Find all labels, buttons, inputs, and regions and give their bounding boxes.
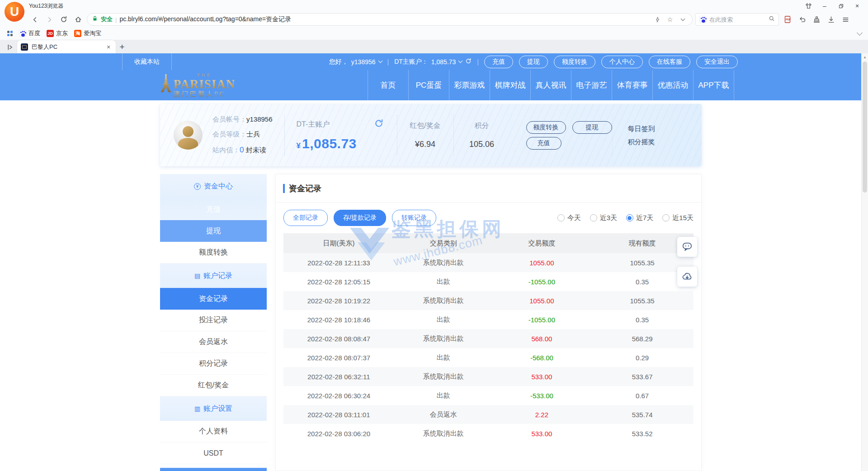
table-row[interactable]: 2022-02-28 03:11:01 会员返水 2.22 535.74 (283, 405, 693, 424)
nav-item[interactable]: 彩票游戏 (449, 70, 490, 100)
tab-list-icon[interactable] (4, 41, 17, 53)
range-radio-option[interactable]: 近7天 (626, 214, 653, 222)
collapse-bookmarks-icon[interactable] (857, 30, 863, 36)
page-scrollbar[interactable]: ▲ (861, 53, 868, 471)
topbar-pill-button[interactable]: 安全退出 (696, 56, 738, 68)
app-download-button[interactable] (677, 267, 697, 287)
topbar-pill-button[interactable]: 充值 (484, 56, 513, 68)
minimize-button[interactable]: – (818, 1, 831, 10)
bookmark-item[interactable]: 淘 爱淘宝 (74, 29, 101, 38)
avatar[interactable] (174, 121, 203, 150)
card-action-button[interactable]: 提现 (572, 121, 612, 134)
filter-pill[interactable]: 转账记录 (392, 210, 436, 226)
radio-icon[interactable] (626, 214, 633, 221)
topbar-pill-button[interactable]: 额度转换 (554, 56, 595, 68)
topbar-pill-button[interactable]: 个人中心 (601, 56, 643, 68)
range-radio-option[interactable]: 近3天 (590, 214, 617, 222)
refresh-balance-icon[interactable] (465, 58, 472, 66)
cell-type: 出款 (394, 391, 493, 400)
table-row[interactable]: 2022-02-28 12:11:33 系统取消出款 1055.00 1055.… (283, 253, 693, 272)
table-row[interactable]: 2022-02-28 10:19:22 系统取消出款 1055.00 1055.… (283, 291, 693, 310)
card-link[interactable]: 每日签到 (628, 125, 655, 132)
member-level-row: 会员等级：士兵 (212, 127, 273, 141)
restore-button[interactable] (835, 1, 847, 10)
table-row[interactable]: 2022-02-28 06:30:24 出款 -533.00 0.67 (283, 386, 693, 405)
radio-icon[interactable] (662, 214, 670, 221)
address-bar[interactable]: 安全 | pc.blryl6.com/#/personal/accountLog… (87, 13, 693, 26)
reload-icon[interactable] (58, 14, 70, 25)
sidebar-item[interactable]: 红包/奖金 (160, 375, 267, 396)
sidebar-item[interactable]: USDT (160, 443, 267, 464)
bookmarks-icon[interactable] (6, 30, 14, 37)
forward-icon[interactable] (43, 14, 55, 25)
table-row[interactable]: 2022-02-28 06:32:11 系统取消出款 533.00 533.67 (283, 367, 693, 386)
close-button[interactable]: × (851, 1, 863, 10)
speed-mode-icon[interactable] (652, 14, 662, 24)
main-balance[interactable]: DT主账户：1,085.73 (394, 58, 472, 66)
card-link[interactable]: 积分摇奖 (628, 138, 655, 145)
nav-item[interactable]: 体育赛事 (612, 70, 653, 100)
skin-icon[interactable] (802, 1, 815, 10)
sidebar-item[interactable]: 个人资料 (160, 421, 267, 443)
sidebar-item[interactable]: 充值 (160, 198, 267, 220)
home-icon[interactable] (72, 14, 84, 25)
address-dropdown-icon[interactable] (678, 14, 688, 24)
nav-item[interactable]: APP下载 (693, 70, 734, 100)
table-row[interactable]: 2022-02-28 08:07:37 出款 -568.00 0.29 (283, 348, 693, 367)
radio-icon[interactable] (557, 214, 565, 221)
favorite-star-icon[interactable]: ☆ (665, 14, 675, 24)
undo-icon[interactable] (796, 14, 808, 25)
nav-item[interactable]: 优惠活动 (653, 70, 693, 100)
cleaner-icon[interactable] (811, 14, 822, 25)
sidebar-item[interactable]: 投注记录 (160, 310, 267, 331)
search-input[interactable] (709, 16, 766, 23)
topbar-pill-button[interactable]: 提现 (519, 56, 548, 68)
search-box[interactable] (695, 13, 779, 26)
favorite-site-link[interactable]: 收藏本站 (122, 53, 172, 70)
table-row[interactable]: 2022-02-28 03:06:20 系统取消出款 533.00 533.52 (283, 424, 693, 443)
card-action-button[interactable]: 额度转换 (526, 121, 566, 134)
radio-icon[interactable] (590, 214, 597, 221)
menu-icon[interactable] (840, 14, 851, 25)
search-icon[interactable] (769, 15, 775, 24)
tab-close-icon[interactable]: × (105, 43, 112, 51)
bookmark-item[interactable]: 百度 (19, 29, 40, 38)
inbox-row[interactable]: 站内信：0 封未读 (212, 141, 273, 158)
url-text[interactable]: pc.blryl6.com/#/personal/accountLog?tag=… (119, 15, 650, 24)
nav-item[interactable]: 电子游艺 (571, 70, 612, 100)
sidebar-item[interactable]: 提现 (160, 220, 267, 242)
range-radio-option[interactable]: 近15天 (662, 214, 693, 222)
bookmark-item[interactable]: JD 京东 (47, 29, 68, 38)
back-icon[interactable] (29, 14, 41, 25)
sidebar-item[interactable]: 额度转换 (160, 242, 267, 264)
table-row[interactable]: 2022-02-28 12:05:15 出款 -1055.00 0.35 (283, 272, 693, 291)
nav-item[interactable]: 真人视讯 (531, 70, 571, 100)
sidebar-item[interactable]: 会员返水 (160, 331, 267, 353)
user-greeting[interactable]: 您好，y138956 (329, 58, 382, 66)
table-row[interactable]: 2022-02-28 08:08:47 系统取消出款 568.00 568.29 (283, 329, 693, 348)
new-tab-button[interactable]: + (116, 41, 128, 53)
download-icon[interactable] (825, 14, 837, 25)
active-tab[interactable]: 巴黎人PC × (17, 40, 116, 53)
filter-pill[interactable]: 全部记录 (283, 210, 328, 226)
cell-type: 出款 (394, 278, 493, 286)
range-radio-option[interactable]: 今天 (557, 214, 581, 222)
scrollbar-thumb[interactable] (863, 61, 867, 193)
sidebar-item[interactable]: 积分记录 (160, 353, 267, 375)
nav-item[interactable]: 首页 (368, 70, 409, 100)
online-service-button[interactable] (677, 237, 697, 257)
scroll-up-icon[interactable]: ▲ (862, 53, 868, 59)
card-action-button[interactable]: 充值 (526, 137, 561, 150)
site-logo[interactable]: THE PARISIAN 澳门巴黎人PC (160, 73, 236, 98)
nav-item[interactable]: PC蛋蛋 (409, 70, 449, 100)
browser-logo[interactable]: U (5, 2, 24, 22)
sidebar-item[interactable]: 资金记录 (160, 288, 267, 310)
user-dropdown-icon[interactable] (378, 59, 382, 63)
balance-dropdown-icon[interactable] (458, 59, 463, 63)
pdf-icon[interactable]: PDF (782, 14, 793, 25)
wallet-refresh-icon[interactable] (374, 119, 383, 130)
nav-item[interactable]: 棋牌对战 (490, 70, 531, 100)
filter-pill[interactable]: 存/提款记录 (334, 210, 386, 226)
topbar-pill-button[interactable]: 在线客服 (649, 56, 690, 68)
table-row[interactable]: 2022-02-28 10:18:46 出款 -1055.00 0.35 (283, 310, 693, 329)
